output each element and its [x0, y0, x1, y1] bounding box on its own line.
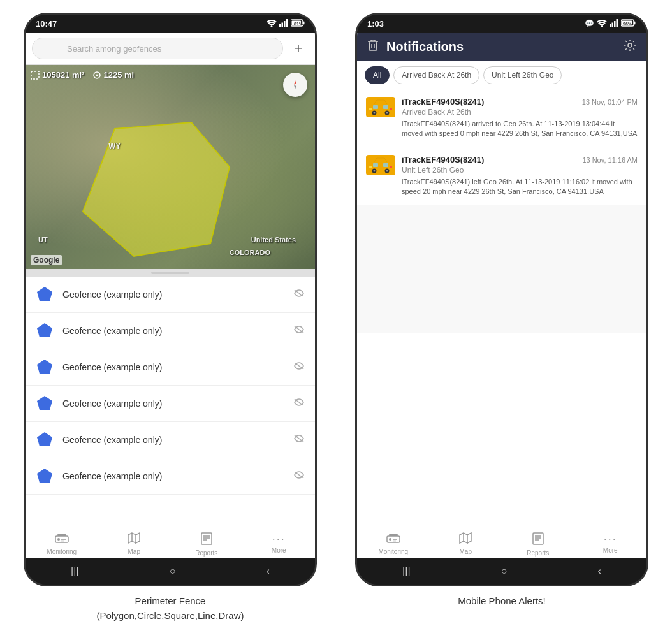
right-signal-icon — [610, 19, 618, 28]
right-nav-more[interactable]: ··· More — [574, 532, 647, 557]
svg-marker-9 — [83, 122, 230, 256]
left-monitoring-label: Monitoring — [47, 548, 77, 555]
search-wrapper[interactable]: 🔍 Search among geofences — [32, 38, 283, 59]
svg-text:81%: 81% — [294, 22, 303, 26]
right-back-btn[interactable]: ‹ — [598, 565, 601, 577]
compass-button[interactable] — [283, 73, 307, 97]
svg-marker-19 — [37, 432, 52, 446]
map-label-wy: WY — [108, 142, 121, 150]
left-nav-more[interactable]: ··· More — [243, 532, 316, 557]
svg-marker-14 — [294, 85, 296, 89]
notif-event-1: Arrived Back At 26th — [402, 108, 638, 117]
geofence-item-4[interactable]: Geofence (example only) — [26, 386, 315, 422]
left-home-btn[interactable]: ○ — [170, 565, 176, 577]
svg-rect-54 — [373, 163, 378, 167]
right-home-btn[interactable]: ○ — [501, 565, 508, 577]
left-map-label: Map — [128, 548, 140, 555]
svg-rect-28 — [201, 533, 212, 544]
svg-rect-69 — [533, 533, 543, 544]
svg-rect-33 — [610, 24, 611, 27]
left-phone-wrapper: 10:47 — [24, 13, 317, 623]
geofence-item-3[interactable]: Geofence (example only) — [26, 349, 315, 386]
notif-body-1: iTrackEF4940S(8241) arrived to Geo 26th.… — [402, 119, 638, 139]
visibility-icon-2[interactable] — [293, 325, 305, 337]
right-nav-map[interactable]: Map — [430, 532, 502, 557]
battery-icon: 81% — [291, 19, 305, 28]
search-input[interactable]: Search among geofences — [32, 38, 283, 59]
right-map-icon — [459, 532, 472, 547]
left-nav-monitoring[interactable]: Monitoring — [26, 532, 98, 557]
map-label-ut: UT — [38, 236, 48, 244]
left-back-btn[interactable]: ‹ — [267, 565, 270, 577]
left-recent-btn[interactable]: ||| — [71, 565, 78, 577]
right-more-icon: ··· — [604, 532, 617, 546]
reports-nav-icon — [200, 532, 213, 548]
right-recent-btn[interactable]: ||| — [402, 565, 410, 577]
monitoring-icon — [55, 532, 69, 547]
right-monitoring-label: Monitoring — [378, 548, 408, 555]
right-nav-reports[interactable]: Reports — [502, 532, 574, 557]
svg-rect-52 — [390, 108, 392, 110]
svg-rect-10 — [31, 71, 39, 79]
notification-item-1[interactable]: iTrackEF4940S(8241) 13 Nov, 01:04 PM Arr… — [357, 89, 646, 147]
right-status-bar: 1:03 💬 — [357, 15, 646, 33]
geofence-icon-4 — [36, 395, 54, 412]
svg-rect-46 — [383, 105, 388, 109]
svg-rect-34 — [612, 23, 614, 27]
left-nav-reports[interactable]: Reports — [170, 532, 243, 557]
right-wifi-icon — [597, 19, 607, 28]
geofence-name-5: Geofence (example only) — [62, 435, 284, 445]
right-nav-monitoring[interactable]: Monitoring — [357, 532, 430, 557]
right-phone: 1:03 💬 — [355, 13, 648, 586]
geofence-item-2[interactable]: Geofence (example only) — [26, 313, 315, 349]
right-reports-label: Reports — [527, 549, 549, 557]
visibility-icon-5[interactable] — [293, 434, 305, 446]
svg-point-48 — [374, 112, 376, 114]
geofence-item-1[interactable]: Geofence (example only) — [26, 277, 315, 313]
filter-tab-arrived[interactable]: Arrived Back At 26th — [393, 66, 479, 84]
notif-device-2: iTrackEF4940S(8241) — [402, 155, 484, 164]
add-geofence-button[interactable]: + — [288, 38, 309, 59]
visibility-icon-3[interactable] — [293, 361, 305, 373]
distance-value: 1225 mi — [104, 70, 135, 80]
notification-item-2[interactable]: iTrackEF4940S(8241) 13 Nov, 11:16 AM Uni… — [357, 147, 646, 205]
svg-rect-61 — [390, 166, 392, 168]
svg-point-23 — [57, 538, 60, 541]
left-time: 10:47 — [36, 19, 57, 29]
map-stats: 105821 mi² 1225 mi — [31, 70, 134, 80]
visibility-icon-4[interactable] — [293, 398, 305, 409]
svg-marker-15 — [37, 287, 52, 301]
settings-icon[interactable] — [624, 39, 636, 55]
delete-icon[interactable] — [367, 39, 379, 55]
scroll-indicator — [26, 269, 315, 277]
search-bar-container: 🔍 Search among geofences + — [26, 33, 315, 65]
geofence-name-1: Geofence (example only) — [62, 289, 284, 300]
geofence-item-5[interactable]: Geofence (example only) — [26, 422, 315, 458]
right-home-bar: ||| ○ ‹ — [357, 558, 646, 585]
svg-rect-55 — [383, 163, 388, 167]
svg-rect-1 — [279, 24, 281, 27]
filter-tabs: All Arrived Back At 26th Unit Left 26th … — [357, 61, 646, 89]
filter-tab-left[interactable]: Unit Left 26th Geo — [483, 66, 562, 84]
left-nav-map[interactable]: Map — [98, 532, 171, 557]
distance-stat: 1225 mi — [92, 70, 135, 80]
svg-rect-3 — [284, 21, 286, 27]
visibility-icon-1[interactable] — [293, 289, 305, 300]
search-placeholder: Search among geofences — [55, 44, 161, 54]
empty-area — [357, 205, 646, 333]
geofence-item-6[interactable]: Geofence (example only) — [26, 458, 315, 495]
map-background: 105821 mi² 1225 mi WY United — [26, 65, 315, 269]
svg-point-12 — [96, 74, 98, 76]
map-label-co: COLORADO — [230, 249, 270, 256]
svg-point-57 — [374, 170, 376, 171]
svg-rect-38 — [634, 22, 636, 25]
scroll-bar — [151, 272, 189, 274]
visibility-icon-6[interactable] — [293, 470, 305, 482]
left-home-bar: ||| ○ ‹ — [26, 558, 315, 585]
right-caption: Mobile Phone Alerts! — [458, 594, 546, 609]
geofence-icon-2 — [36, 322, 54, 340]
svg-point-43 — [628, 43, 632, 47]
geofence-list: Geofence (example only) Geofence (e — [26, 277, 315, 528]
filter-tab-all[interactable]: All — [365, 66, 390, 84]
left-phone: 10:47 — [24, 13, 317, 586]
